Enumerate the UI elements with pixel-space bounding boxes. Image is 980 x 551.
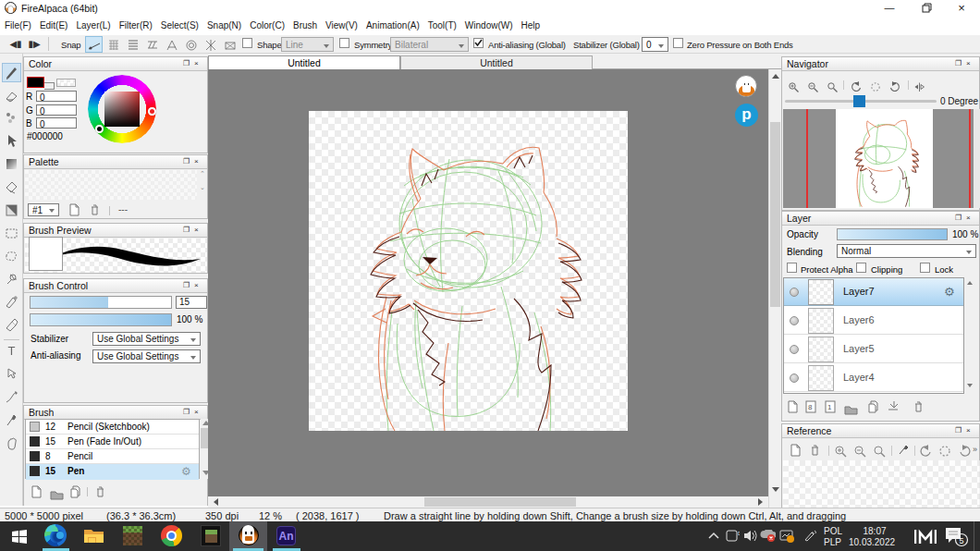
svg-text:D: D bbox=[738, 531, 740, 536]
svg-text:5: 5 bbox=[960, 536, 964, 545]
svg-text:8: 8 bbox=[808, 403, 813, 411]
svg-text:1: 1 bbox=[827, 403, 832, 411]
